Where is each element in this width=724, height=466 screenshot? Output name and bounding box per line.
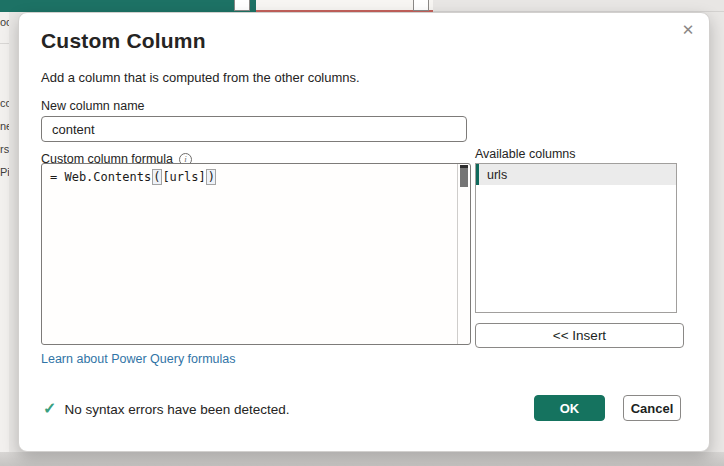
background-selected-column-header <box>0 0 256 12</box>
background-column-cell <box>256 0 433 12</box>
ok-button[interactable]: OK <box>534 395 605 421</box>
background-checkbox-icon <box>413 0 429 11</box>
dialog-subtitle: Add a column that is computed from the o… <box>41 70 360 85</box>
formula-code-line: = Web.Contents([urls]) <box>50 170 452 184</box>
formula-editor[interactable]: = Web.Contents([urls]) <box>41 163 471 345</box>
new-column-name-input[interactable] <box>41 116 467 142</box>
formula-text: = Web.Contents <box>50 170 151 184</box>
custom-column-dialog: ✕ Custom Column Add a column that is com… <box>18 12 710 452</box>
available-column-item-label: urls <box>487 168 507 182</box>
insert-button[interactable]: << Insert <box>475 323 684 348</box>
background-bottom-band <box>0 452 724 466</box>
syntax-status-text: No syntax errors have been detected. <box>64 402 289 417</box>
background-header-rest <box>433 0 724 12</box>
query-name-fragment: oc <box>0 16 9 28</box>
cancel-button[interactable]: Cancel <box>623 395 681 421</box>
learn-formulas-link[interactable]: Learn about Power Query formulas <box>41 352 236 366</box>
check-icon: ✓ <box>43 401 56 417</box>
pane-divider <box>0 43 9 44</box>
background-checkbox-icon <box>234 0 250 11</box>
matched-paren-close: ) <box>206 169 216 185</box>
available-columns-label: Available columns <box>475 147 576 161</box>
available-column-item-urls[interactable]: urls <box>476 164 676 185</box>
query-name-fragment: net <box>0 120 9 132</box>
new-column-name-label: New column name <box>41 99 145 113</box>
formula-scrollbar[interactable] <box>457 164 470 344</box>
background-queries-pane-edge: oc con net rs.c Pict <box>0 12 9 452</box>
app-background: 123 ▾ oc con net rs.c Pict ✕ Custom Colu… <box>0 0 724 466</box>
dialog-title: Custom Column <box>41 29 206 53</box>
query-name-fragment: rs.c <box>0 143 9 155</box>
close-icon[interactable]: ✕ <box>677 19 699 41</box>
query-name-fragment: con <box>0 97 9 109</box>
scrollbar-thumb[interactable] <box>460 165 468 187</box>
syntax-status: ✓ No syntax errors have been detected. <box>43 401 290 417</box>
matched-paren-open: ( <box>152 169 162 185</box>
available-columns-listbox[interactable]: urls <box>475 163 677 313</box>
formula-text: [urls] <box>162 170 205 184</box>
background-table-header-strip: 123 ▾ <box>0 0 724 12</box>
query-name-fragment: Pict <box>0 166 9 178</box>
